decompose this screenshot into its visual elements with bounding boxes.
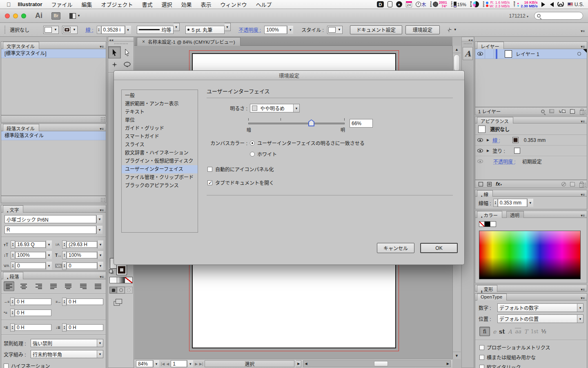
draw-inside-button[interactable] — [125, 287, 133, 294]
updater-icon[interactable]: ▲ — [396, 1, 402, 7]
build-number-menu[interactable]: 171212 ▾ — [509, 13, 528, 19]
menu-help[interactable]: ヘルプ — [252, 0, 276, 8]
layer-thumbnail[interactable] — [505, 50, 512, 58]
layer-name[interactable]: レイヤー 1 — [516, 50, 539, 57]
new-fill-icon[interactable] — [487, 182, 492, 186]
glyphs-panel-icon[interactable]: A — [463, 47, 473, 60]
control-bar-menu-icon[interactable] — [581, 28, 585, 34]
opentype-panel-header[interactable]: OpenType — [475, 293, 587, 301]
eye-icon[interactable] — [477, 159, 483, 163]
locate-object-icon[interactable] — [541, 110, 545, 113]
brush-dropdown[interactable]: 5 pt. 丸筆 — [185, 26, 225, 34]
stroke-swatch-indicator[interactable] — [116, 265, 127, 275]
minimize-window-button[interactable] — [13, 13, 18, 18]
selection-tool[interactable] — [108, 46, 121, 58]
appearance-panel-header[interactable]: アピアランス — [475, 117, 587, 123]
italics-checkbox[interactable] — [479, 365, 484, 368]
panel-resize-grip[interactable] — [100, 197, 105, 202]
tracking-dropdown[interactable] — [97, 262, 103, 270]
color-button[interactable] — [109, 277, 117, 283]
horizontal-scale-dropdown[interactable] — [97, 251, 103, 259]
duplicate-item-icon[interactable] — [570, 182, 575, 186]
mojikumi-dropdown[interactable]: 行末約物半角 — [31, 350, 103, 358]
swash-button[interactable]: A — [508, 328, 512, 335]
character-tab[interactable]: 文字 — [3, 205, 23, 213]
font-family-dropdown[interactable] — [96, 215, 102, 223]
justify-last-center-button[interactable] — [63, 281, 74, 291]
zoom-level-dropdown[interactable] — [153, 360, 159, 367]
align-right-button[interactable] — [33, 281, 44, 291]
panel-resize-grip[interactable] — [100, 117, 105, 121]
clipboard-icon[interactable] — [388, 1, 392, 7]
appearance-tab[interactable]: アピアランス — [477, 117, 513, 124]
auto-iconize-label[interactable]: 自動的にアイコンパネル化 — [215, 166, 274, 173]
scroll-down-button[interactable]: ▼ — [453, 352, 461, 359]
pref-category[interactable]: ガイド・グリッド — [122, 124, 198, 132]
menu-view[interactable]: 表示 — [196, 0, 216, 8]
para-styles-header[interactable]: 段落スタイル — [1, 123, 106, 131]
eye-icon[interactable] — [477, 149, 483, 153]
opacity-field[interactable]: 100% — [264, 26, 287, 34]
memory-widget[interactable]: MEM — [470, 1, 479, 7]
indent-right-stepper[interactable] — [62, 298, 67, 306]
gradient-button[interactable] — [117, 277, 125, 283]
para-style-row[interactable]: 標準段落スタイル — [1, 131, 106, 140]
align-left-button[interactable] — [4, 281, 14, 291]
layer-target-icon[interactable] — [577, 52, 581, 56]
brush-arrow[interactable] — [225, 23, 231, 31]
stroke-menu-icon[interactable] — [581, 191, 585, 197]
vertical-scroll-thumb[interactable] — [454, 54, 460, 72]
clock-weekday[interactable]: 木 — [416, 1, 426, 8]
stroke-weight-dropdown[interactable] — [125, 26, 131, 34]
first-line-indent-stepper[interactable] — [10, 309, 15, 317]
ligatures-button[interactable]: fi — [479, 327, 490, 336]
transparency-tab[interactable]: 透明 — [506, 211, 524, 218]
indent-left-stepper[interactable] — [10, 298, 15, 306]
swap-fill-stroke-icon[interactable] — [109, 269, 113, 273]
zoom-window-button[interactable] — [21, 13, 26, 18]
prev-page-button[interactable]: ◀ — [166, 362, 169, 366]
bowtie-icon[interactable] — [541, 2, 554, 7]
zoom-level-field[interactable]: 84% — [136, 360, 153, 367]
disclosure-icon[interactable]: ▶ — [487, 138, 489, 142]
fill-color-swatch[interactable] — [514, 148, 520, 154]
space-before-field[interactable]: 0 H — [15, 324, 51, 331]
vertical-scale-dropdown[interactable] — [46, 251, 52, 259]
stroke-weight-field[interactable]: 0.3528 i — [101, 26, 125, 34]
hyphenation-checkbox[interactable] — [4, 364, 9, 368]
kerning-stepper[interactable] — [11, 262, 15, 270]
layer-lock-cell[interactable] — [485, 49, 494, 58]
menu-illustrator[interactable]: Illustrator — [13, 1, 47, 7]
draw-behind-button[interactable] — [117, 287, 125, 294]
panel-resize-grip[interactable] — [581, 110, 586, 114]
color-spectrum[interactable] — [479, 231, 581, 279]
align-center-button[interactable] — [18, 281, 29, 291]
fractions-button[interactable]: ½ — [541, 328, 546, 334]
panel-resize-grip[interactable] — [581, 182, 586, 187]
brightness-value-field[interactable]: 66% — [350, 119, 373, 128]
open-documents-tabs-checkbox[interactable] — [207, 180, 212, 185]
stroke-panel-link[interactable]: 線 : — [86, 26, 94, 33]
character-menu-icon[interactable] — [100, 207, 104, 213]
none-button[interactable] — [125, 277, 133, 283]
search-box[interactable] — [534, 12, 583, 20]
opentype-menu-icon[interactable] — [581, 295, 585, 301]
stroke-width-dropdown[interactable] — [527, 199, 533, 207]
para-styles-menu-icon[interactable] — [100, 126, 104, 131]
char-styles-menu-icon[interactable] — [100, 43, 104, 49]
stroke-link[interactable]: 線 : — [492, 137, 500, 144]
scroll-left-button[interactable]: ◀ — [303, 362, 308, 366]
preferences-button[interactable]: 環境設定 — [405, 25, 440, 34]
dialog-title-bar[interactable]: 環境設定 — [114, 71, 464, 80]
page-number-dropdown[interactable] — [187, 360, 193, 367]
bridge-button[interactable]: Br — [51, 12, 60, 20]
leading-dropdown[interactable] — [97, 240, 103, 249]
cancel-button[interactable]: キャンセル — [377, 243, 414, 253]
apple-menu-icon[interactable]:  — [7, 1, 11, 8]
direct-selection-tool[interactable] — [121, 46, 134, 58]
paragraph-panel-header[interactable]: 段落 — [1, 272, 106, 279]
scroll-right-button[interactable]: ▶ — [445, 362, 450, 366]
canvas-white-radio[interactable] — [250, 152, 255, 157]
transform-panel-header[interactable]: 変形 — [475, 285, 587, 292]
cpu-widget[interactable]: CPU 15% — [451, 1, 466, 7]
